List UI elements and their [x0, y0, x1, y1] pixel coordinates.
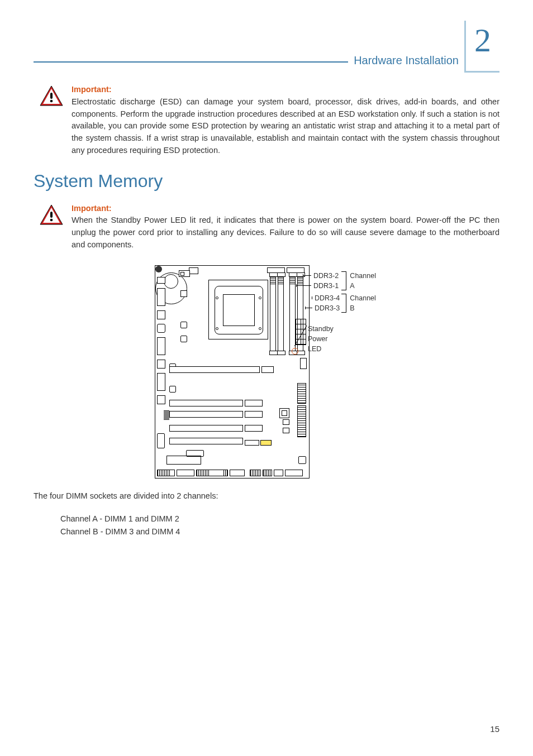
- header: [283, 428, 289, 433]
- pcie-slot: [169, 438, 243, 444]
- svg-point-7: [50, 218, 53, 221]
- header: [283, 419, 289, 425]
- cpu-socket: [208, 280, 268, 339]
- warning-icon: [39, 203, 64, 251]
- header: [180, 290, 187, 297]
- battery: [279, 408, 289, 418]
- pcie-slot: [169, 425, 243, 432]
- important-label: Important:: [72, 85, 112, 94]
- chipset: [155, 266, 162, 272]
- important-text-standby: Important: When the Standby Power LED li…: [72, 203, 499, 251]
- header: [260, 440, 272, 446]
- important-block-esd: Important: Electrostatic discharge (ESD)…: [34, 84, 499, 157]
- channel-list: Channel A - DIMM 1 and DIMM 2 Channel B …: [34, 513, 499, 538]
- chapter-number: 2: [474, 21, 491, 57]
- important-body: Electrostatic discharge (ESD) can damage…: [72, 97, 499, 155]
- label-channel-a: Channel A: [350, 271, 377, 291]
- important-body: When the Standby Power LED lit red, it i…: [72, 216, 499, 249]
- page-number: 15: [490, 724, 499, 734]
- svg-point-3: [50, 100, 53, 103]
- header: [166, 456, 201, 465]
- svg-line-8: [294, 326, 307, 346]
- page-content: Hardware Installation 2 Important: Elect…: [0, 0, 533, 538]
- dimm-slot-ddr3-1: [270, 274, 276, 353]
- main-content: Important: Electrostatic discharge (ESD)…: [34, 67, 499, 538]
- motherboard-outline: [155, 265, 310, 479]
- motherboard-diagram: DDR3-2 DDR3-1 Channel A DDR3-4: [34, 265, 499, 479]
- header: [189, 267, 198, 274]
- section-title-system-memory: System Memory: [34, 171, 499, 192]
- svg-rect-6: [50, 212, 53, 218]
- header: [300, 358, 307, 369]
- warning-icon: [39, 84, 64, 157]
- label-ddr3-2: DDR3-2: [313, 271, 339, 281]
- label-channel-b: Channel B: [350, 293, 377, 313]
- header: [298, 456, 306, 464]
- important-block-standby: Important: When the Standby Power LED li…: [34, 203, 499, 251]
- chapter-box: 2: [464, 21, 499, 73]
- fan-header: [179, 270, 190, 277]
- header-title: Hardware Installation: [354, 54, 459, 67]
- dimm-slot-ddr3-2: [278, 274, 284, 353]
- sata-ports: [297, 383, 306, 404]
- header-rule: [34, 61, 348, 63]
- label-ddr3-1: DDR3-1: [313, 281, 339, 291]
- header: [180, 322, 187, 328]
- important-label: Important:: [72, 204, 112, 213]
- body-intro: The four DIMM sockets are divided into 2…: [34, 490, 499, 503]
- io-panel: [157, 277, 165, 456]
- label-ddr3-4: DDR3-4: [315, 293, 340, 303]
- header: [245, 440, 259, 446]
- channel-b-line: Channel B - DIMM 3 and DIMM 4: [60, 527, 180, 536]
- pcie-slot: [169, 366, 260, 373]
- label-ddr3-3: DDR3-3: [315, 303, 340, 313]
- header: [186, 450, 204, 457]
- pcie-slot: [245, 400, 263, 406]
- header: [180, 336, 187, 342]
- header: [245, 425, 263, 432]
- channel-a-line: Channel A - DIMM 1 and DIMM 2: [60, 514, 179, 523]
- header: [261, 366, 274, 373]
- pcie-slot: [245, 411, 263, 418]
- pcie-slot: [169, 411, 243, 418]
- label-standby-led-2: Power LED: [308, 335, 327, 353]
- label-standby-led-1: Standby: [308, 325, 334, 333]
- important-text-esd: Important: Electrostatic discharge (ESD)…: [72, 84, 499, 157]
- svg-rect-2: [50, 93, 53, 99]
- header: [169, 386, 176, 393]
- sata-ports: [297, 405, 306, 437]
- bottom-headers: [157, 470, 307, 476]
- page-header: Hardware Installation 2: [34, 17, 499, 67]
- pcie-slot: [169, 400, 243, 406]
